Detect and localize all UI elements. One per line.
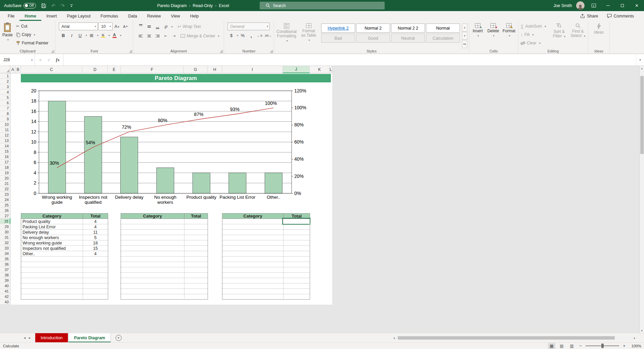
table-row[interactable]	[21, 289, 108, 294]
name-box[interactable]: J28▾	[0, 54, 35, 66]
category-cell[interactable]	[222, 240, 283, 245]
row-header-35[interactable]: 35	[0, 256, 10, 262]
table-row[interactable]	[222, 257, 310, 262]
cell-style-normal-2-2[interactable]: Normal 2 2	[391, 24, 425, 33]
clear-button[interactable]: Clear▾	[519, 39, 550, 47]
user-name[interactable]: Joe Smith	[553, 3, 572, 8]
table-row[interactable]	[121, 230, 208, 235]
autosave-toggle[interactable]: AutoSave Off	[4, 3, 36, 8]
total-cell[interactable]: 11	[83, 230, 108, 235]
row-header-28[interactable]: 28	[0, 219, 10, 224]
increase-decimal-button[interactable]: ←.0	[256, 32, 263, 39]
total-cell[interactable]	[184, 283, 208, 288]
table-row[interactable]	[121, 283, 208, 289]
row-header-16[interactable]: 16	[0, 154, 10, 159]
column-header-I[interactable]: I	[222, 66, 283, 73]
category-cell[interactable]	[121, 273, 184, 278]
gallery-down-button[interactable]: ▾	[462, 32, 467, 40]
total-cell[interactable]	[184, 246, 208, 251]
cancel-entry-button[interactable]: ×	[36, 56, 44, 64]
row-header-10[interactable]: 10	[0, 122, 10, 127]
cell-style-normal-2[interactable]: Normal 2	[356, 24, 390, 33]
table-row[interactable]	[222, 289, 310, 294]
row-header-23[interactable]: 23	[0, 192, 10, 197]
table-row[interactable]: Packing List Error4	[21, 224, 108, 230]
cut-button[interactable]: ✂Cut	[14, 22, 50, 30]
table-2[interactable]: CategoryTotal	[121, 213, 208, 300]
borders-button[interactable]: ⊞	[88, 32, 95, 39]
search-box[interactable]: Search	[260, 2, 385, 9]
page-break-view-button[interactable]: ▥	[568, 343, 575, 349]
total-cell[interactable]	[283, 273, 310, 278]
table-row[interactable]	[121, 224, 208, 230]
table-row[interactable]: Delivery delay11	[21, 230, 108, 235]
fill-handle[interactable]	[309, 223, 311, 225]
format-as-table-button[interactable]: Format as Table ▾	[298, 22, 319, 48]
total-cell[interactable]	[184, 224, 208, 229]
sheet-nav-right-button[interactable]: ▸	[27, 333, 32, 342]
alignment-dialog-launcher[interactable]	[220, 50, 223, 53]
font-size-select[interactable]: 10▾	[98, 23, 113, 30]
total-cell[interactable]: 4	[83, 224, 108, 229]
total-cell[interactable]	[283, 289, 310, 294]
category-cell[interactable]	[21, 283, 83, 288]
category-cell[interactable]	[21, 257, 83, 262]
total-cell[interactable]	[283, 257, 310, 262]
vertical-scrollbar[interactable]: ▴ ▾	[639, 66, 644, 333]
table-row[interactable]	[222, 224, 310, 230]
avatar[interactable]	[576, 1, 585, 10]
category-cell[interactable]	[222, 246, 283, 251]
table-row[interactable]	[222, 240, 310, 246]
ribbon-tab-view[interactable]: View	[166, 11, 185, 21]
table-3[interactable]: CategoryTotal	[222, 213, 310, 300]
ribbon-display-options-button[interactable]: ▴	[589, 4, 598, 7]
find-select-button[interactable]: Find & Select ▾	[568, 22, 587, 48]
total-cell[interactable]	[83, 257, 108, 262]
row-header-13[interactable]: 13	[0, 138, 10, 143]
row-header-17[interactable]: 17	[0, 159, 10, 165]
row-header-1[interactable]: 1	[0, 73, 10, 79]
scroll-up-arrow[interactable]: ▴	[640, 66, 644, 71]
gallery-more-button[interactable]: ▾▾	[462, 40, 467, 48]
row-header-24[interactable]: 24	[0, 197, 10, 202]
total-cell[interactable]	[184, 219, 208, 224]
total-cell[interactable]	[283, 262, 310, 267]
category-cell[interactable]	[121, 278, 184, 283]
cell-style-hyperlink-2[interactable]: Hyperlink 2	[321, 24, 355, 33]
sheet-nav-left-button[interactable]: ◂	[22, 333, 27, 342]
table-row[interactable]: Other..4	[21, 251, 108, 257]
total-cell[interactable]	[83, 283, 108, 288]
middle-align-button[interactable]	[145, 23, 153, 31]
decrease-font-size-button[interactable]: A▼	[122, 23, 129, 30]
bottom-align-button[interactable]	[154, 23, 161, 31]
category-cell[interactable]	[121, 262, 184, 267]
sheet-tab-introduction[interactable]: Introduction	[35, 333, 68, 342]
column-header-B[interactable]: B	[15, 66, 21, 73]
category-cell[interactable]	[121, 257, 184, 262]
category-cell[interactable]	[222, 219, 283, 224]
total-cell[interactable]	[184, 278, 208, 283]
pareto-chart[interactable]: 024681012141618200%20%40%60%80%100%120%3…	[21, 83, 331, 216]
total-cell[interactable]: 4	[83, 219, 108, 224]
align-left-button[interactable]	[137, 32, 144, 40]
decrease-indent-button[interactable]: ⇤	[162, 32, 170, 40]
row-header-38[interactable]: 38	[0, 272, 10, 278]
horizontal-scroll-thumb[interactable]	[398, 336, 615, 340]
maximize-button[interactable]	[615, 0, 630, 11]
table-row[interactable]	[121, 235, 208, 240]
category-cell[interactable]	[121, 283, 184, 288]
row-header-29[interactable]: 29	[0, 224, 10, 229]
comma-style-button[interactable]: ,	[247, 32, 255, 39]
accounting-format-button[interactable]: $	[227, 32, 235, 39]
table-1[interactable]: CategoryTotalProduct quality4Packing Lis…	[21, 213, 108, 300]
category-cell[interactable]	[121, 251, 184, 256]
row-header-27[interactable]: 27	[0, 213, 10, 219]
total-cell[interactable]	[83, 278, 108, 283]
row-header-26[interactable]: 26	[0, 208, 10, 213]
category-cell[interactable]: Other..	[21, 251, 83, 256]
table-row[interactable]	[121, 240, 208, 246]
total-cell[interactable]	[283, 278, 310, 283]
category-cell[interactable]	[21, 289, 83, 294]
category-cell[interactable]: Product quality	[21, 219, 83, 224]
undo-button[interactable]: ↶	[51, 3, 55, 8]
